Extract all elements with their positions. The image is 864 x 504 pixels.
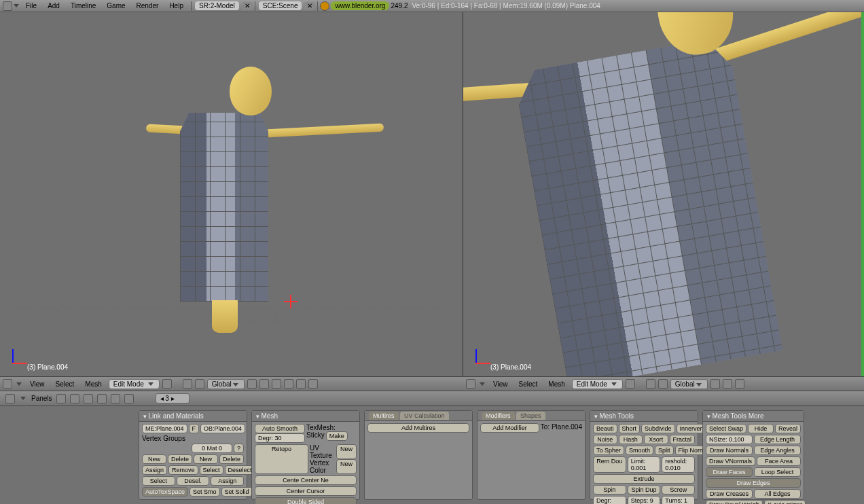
smooth-button[interactable]: Smooth — [626, 446, 653, 455]
drawedges-toggle[interactable]: Draw Edges — [706, 478, 801, 488]
menu-help[interactable]: Help — [164, 2, 189, 10]
edgeangles-button[interactable]: Edge Angles — [754, 446, 801, 455]
ob-field[interactable]: OB:Plane.004 — [200, 424, 245, 433]
menu-timeline[interactable]: Timeline — [65, 2, 101, 10]
remdouble-button[interactable]: Rem Dou — [593, 456, 626, 473]
vg-delete-button[interactable]: Delete — [168, 454, 192, 464]
chevron-down-icon[interactable] — [16, 382, 22, 386]
mat-new-button[interactable]: New — [194, 454, 218, 464]
extrude-button[interactable]: Extrude — [593, 474, 695, 484]
drawvnormals-button[interactable]: Draw VNormals — [706, 456, 755, 466]
vg-select-button[interactable]: Select — [142, 476, 175, 486]
reveal-button[interactable]: Reveal — [775, 424, 801, 433]
me-field[interactable]: ME:Plane.004 — [142, 424, 187, 433]
autosmooth-button[interactable]: Auto Smooth — [255, 424, 305, 433]
tab-shapes[interactable]: Shapes — [516, 412, 545, 420]
window-type-icon[interactable] — [466, 379, 475, 389]
magnet-icon[interactable] — [658, 379, 668, 389]
screen-selector[interactable]: SR:2-Model — [195, 1, 239, 10]
fractal-button[interactable]: Fractal — [670, 435, 696, 444]
scene-selector[interactable]: SCE:Scene — [259, 1, 302, 10]
retopo-button[interactable]: Retopo — [255, 444, 308, 474]
menu-select[interactable]: Select — [515, 380, 542, 388]
split-button[interactable]: Split — [655, 446, 674, 455]
tab-multires[interactable]: Multires — [369, 412, 399, 420]
edgelength-button[interactable]: Edge Length — [754, 435, 801, 444]
menu-render[interactable]: Render — [131, 2, 164, 10]
orientation-selector[interactable]: Global — [670, 379, 708, 389]
info-icon[interactable] — [3, 1, 12, 11]
context-editing-icon[interactable] — [111, 394, 120, 403]
subdivide-button[interactable]: Subdivide — [641, 424, 675, 433]
drawbevel-button[interactable]: Draw Bevel Weigh — [706, 500, 763, 504]
layers-icon[interactable] — [710, 379, 720, 389]
alledges-button[interactable]: All Edges — [754, 489, 801, 499]
tab-uvcalc[interactable]: UV Calculation — [400, 412, 449, 420]
chevron-down-icon[interactable] — [14, 4, 19, 7]
drawnormals-button[interactable]: Draw Normals — [706, 446, 753, 455]
vg-remove-button[interactable]: Remove — [168, 465, 198, 475]
tosphere-button[interactable]: To Spher — [593, 446, 624, 455]
close-screen-button[interactable]: ✕ — [242, 2, 253, 10]
drawfaces-toggle[interactable]: Draw Faces — [706, 467, 753, 477]
uv-new-button[interactable]: New — [336, 444, 357, 459]
selectswap-button[interactable]: Select Swap — [706, 424, 746, 433]
vcol-new-button[interactable]: New — [336, 459, 357, 474]
context-scene-icon[interactable] — [124, 394, 134, 403]
xsort-button[interactable]: Xsort — [644, 435, 668, 444]
f-button[interactable]: F — [189, 424, 200, 433]
vg-desel-button[interactable]: Desel. — [177, 476, 210, 486]
beauti-button[interactable]: Beauti — [593, 424, 617, 433]
short-button[interactable]: Short — [619, 424, 641, 433]
shading-icon[interactable] — [626, 379, 635, 389]
turns-field[interactable]: Turns: 1 — [662, 496, 695, 504]
mat-deselect-button[interactable]: Deselect — [225, 465, 255, 475]
center-cursor-button[interactable]: Center Cursor — [255, 486, 357, 496]
menu-view[interactable]: View — [26, 380, 49, 388]
spin-button[interactable]: Spin — [593, 485, 626, 494]
render-icon[interactable] — [308, 379, 318, 389]
mat-delete-button[interactable]: Delete — [219, 454, 244, 464]
set-smooth-button[interactable]: Set Smo — [190, 487, 220, 497]
context-logic-icon[interactable] — [56, 394, 66, 403]
edge-select-icon[interactable] — [284, 379, 293, 389]
pivot-icon[interactable] — [183, 379, 192, 389]
double-sided-toggle[interactable]: Double Sided — [255, 497, 357, 504]
menu-add[interactable]: Add — [42, 2, 65, 10]
vg-new-button[interactable]: New — [142, 454, 166, 464]
close-scene-button[interactable]: ✕ — [304, 2, 315, 10]
face-select-icon[interactable] — [296, 379, 306, 389]
render-icon[interactable] — [735, 379, 744, 389]
menu-game[interactable]: Game — [101, 2, 130, 10]
menu-file[interactable]: File — [20, 2, 42, 10]
layers-icon[interactable] — [247, 379, 257, 389]
degr-field[interactable]: Degr: 30 — [255, 433, 305, 443]
limit-field[interactable]: Limit: 0.001 — [628, 456, 661, 473]
context-object-icon[interactable] — [97, 394, 107, 403]
vg-assign-button[interactable]: Assign — [142, 465, 167, 475]
chevron-down-icon[interactable] — [480, 382, 485, 386]
shading-icon[interactable] — [162, 379, 172, 389]
set-solid-button[interactable]: Set Solid — [221, 487, 253, 497]
menu-select[interactable]: Select — [52, 380, 79, 388]
mat-field[interactable]: 0 Mat 0 — [192, 444, 232, 453]
sticky-make-button[interactable]: Make — [326, 431, 348, 441]
mode-selector[interactable]: Edit Mode — [109, 379, 160, 389]
screw-button[interactable]: Screw — [662, 485, 695, 494]
vertex-select-icon[interactable] — [272, 379, 281, 389]
threshold-field[interactable]: reshold: 0.010 — [662, 456, 695, 473]
mode-selector[interactable]: Edit Mode — [572, 379, 623, 389]
spindup-button[interactable]: Spin Dup — [628, 485, 661, 494]
tab-modifiers[interactable]: Modifiers — [482, 412, 515, 420]
menu-mesh[interactable]: Mesh — [81, 380, 105, 388]
xaxismirror-button[interactable]: X-axis mirror — [764, 500, 806, 504]
mat-help-button[interactable]: ? — [234, 444, 244, 453]
magnet-icon[interactable] — [195, 379, 204, 389]
noise-button[interactable]: Noise — [593, 435, 617, 444]
window-type-icon[interactable] — [5, 394, 15, 403]
loopselect-button[interactable]: Loop Select — [754, 467, 801, 477]
viewport-left[interactable]: (3) Plane.004 — [0, 12, 463, 376]
window-type-icon[interactable] — [3, 379, 12, 389]
pivot-icon[interactable] — [646, 379, 655, 389]
add-modifier-button[interactable]: Add Modifier — [480, 423, 539, 433]
